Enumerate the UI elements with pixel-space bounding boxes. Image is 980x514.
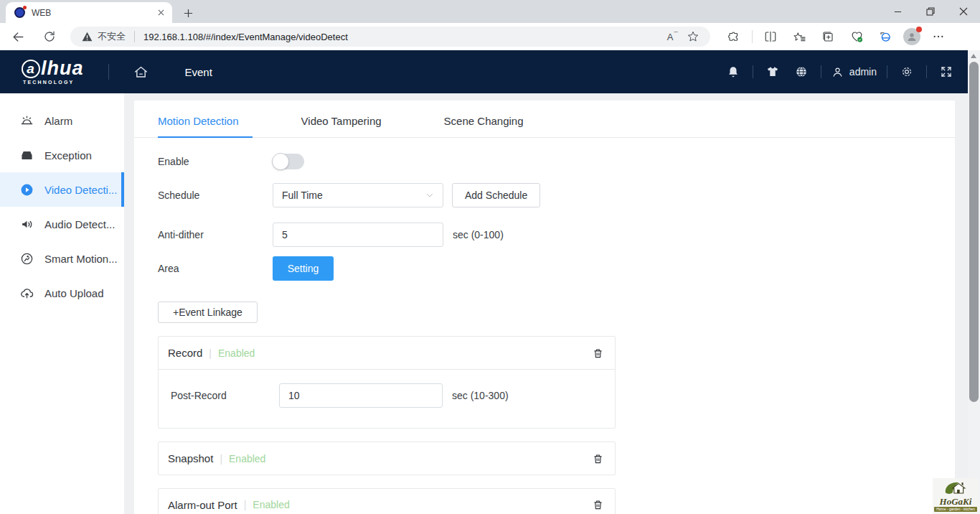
close-window-button[interactable] xyxy=(947,0,980,23)
settings-gear-icon[interactable] xyxy=(897,62,916,81)
card-body: Post-Record sec (10-300) xyxy=(159,369,615,428)
watermark-house-leaf-icon xyxy=(943,480,968,497)
browser-titlebar: WEB xyxy=(0,0,980,23)
post-record-row: Post-Record sec (10-300) xyxy=(171,383,615,408)
post-record-input[interactable] xyxy=(279,383,443,408)
audio-detection-icon xyxy=(20,218,34,231)
trash-icon xyxy=(593,453,603,464)
sidebar-item-smart-motion[interactable]: Smart Motion... xyxy=(0,241,124,276)
header-separator xyxy=(887,65,887,78)
url-text[interactable]: 192.168.1.108/#/index/EventManage/videoD… xyxy=(143,32,663,42)
tab-favicon-icon xyxy=(14,7,25,18)
schedule-selected-value: Full Time xyxy=(282,190,425,201)
motion-detection-form: Enable Schedule Full Time Add Schedule A… xyxy=(134,138,955,514)
trash-icon xyxy=(593,347,603,359)
favorite-star-icon[interactable] xyxy=(683,28,703,45)
browser-tab[interactable]: WEB xyxy=(6,2,172,23)
video-detection-icon xyxy=(20,183,34,197)
sidebar-item-label: Smart Motion... xyxy=(44,253,118,265)
header-divider xyxy=(108,64,109,80)
card-header: Record | Enabled xyxy=(159,337,615,369)
card-title: Snapshot xyxy=(168,452,213,464)
window-controls xyxy=(881,0,980,23)
sidebar-item-label: Auto Upload xyxy=(44,287,104,299)
toolbar-separator xyxy=(752,30,753,43)
minimize-button[interactable] xyxy=(881,0,914,23)
scroll-up-arrow[interactable] xyxy=(971,54,976,58)
linkage-card-alarm-out-port: Alarm-out Port | Enabled xyxy=(158,488,616,514)
warning-icon xyxy=(82,32,93,42)
address-bar[interactable]: 不安全 192.168.1.108/#/index/EventManage/vi… xyxy=(70,27,710,47)
split-screen-icon[interactable] xyxy=(760,27,781,47)
page-title[interactable]: Event xyxy=(185,66,212,78)
fullscreen-icon[interactable] xyxy=(937,62,956,81)
schedule-select[interactable]: Full Time xyxy=(273,183,443,207)
extensions-icon[interactable] xyxy=(723,27,745,47)
schedule-label: Schedule xyxy=(158,190,273,201)
home-icon[interactable] xyxy=(129,60,154,84)
sidebar-item-alarm[interactable]: Alarm xyxy=(0,103,124,138)
sidebar-item-audio-detection[interactable]: Audio Detect... xyxy=(0,207,124,241)
logo-a-icon: a xyxy=(22,60,40,78)
new-tab-button[interactable] xyxy=(178,3,198,23)
sidebar-item-video-detection[interactable]: Video Detecti... xyxy=(0,172,124,207)
header-separator xyxy=(753,65,753,78)
app-header: alhua TECHNOLOGY Event admin xyxy=(0,50,980,93)
user-icon xyxy=(831,66,844,78)
event-linkage-button[interactable]: +Event Linkage xyxy=(158,302,258,323)
language-globe-icon[interactable] xyxy=(792,62,811,81)
ie-mode-icon[interactable] xyxy=(875,27,896,47)
trash-icon xyxy=(593,499,603,510)
browser-essentials-icon[interactable] xyxy=(846,27,867,47)
security-label: 不安全 xyxy=(98,30,126,43)
page-scrollbar[interactable] xyxy=(968,50,980,514)
tab-close-icon[interactable] xyxy=(155,7,166,19)
card-title: Record xyxy=(168,347,202,359)
anti-dither-input[interactable] xyxy=(273,223,443,247)
tab-scene-changing[interactable]: Scene Changing xyxy=(444,115,524,137)
skin-icon[interactable] xyxy=(763,62,782,81)
toolbar-icons xyxy=(723,27,949,47)
card-separator: | xyxy=(209,347,212,359)
sidebar-item-exception[interactable]: Exception xyxy=(0,138,124,172)
tab-motion-detection[interactable]: Motion Detection xyxy=(158,115,239,137)
add-schedule-button[interactable]: Add Schedule xyxy=(452,183,540,207)
enable-row: Enable xyxy=(158,149,955,174)
tab-title: WEB xyxy=(32,8,155,18)
tab-bar: Motion Detection Video Tampering Scene C… xyxy=(134,101,955,138)
schedule-row: Schedule Full Time Add Schedule xyxy=(158,183,955,207)
tab-video-tampering[interactable]: Video Tampering xyxy=(301,115,382,137)
back-button[interactable] xyxy=(6,26,30,47)
favorites-bar-icon[interactable] xyxy=(788,27,810,47)
area-setting-button[interactable]: Setting xyxy=(273,256,334,281)
address-divider xyxy=(134,31,135,42)
scrollbar-thumb[interactable] xyxy=(969,62,979,402)
restore-button[interactable] xyxy=(914,0,947,23)
notification-bell-icon[interactable] xyxy=(724,62,743,81)
collections-icon[interactable] xyxy=(817,27,839,47)
profile-avatar[interactable] xyxy=(903,28,920,45)
area-row: Area Setting xyxy=(158,256,955,281)
username: admin xyxy=(849,66,877,78)
settings-menu-icon[interactable] xyxy=(928,27,949,47)
user-menu[interactable]: admin xyxy=(831,66,877,78)
watermark-title: HoGaKi xyxy=(940,497,972,506)
delete-record-button[interactable] xyxy=(590,345,606,361)
header-separator xyxy=(821,65,821,78)
anti-dither-row: Anti-dither sec (0-100) xyxy=(158,223,955,247)
sidebar-item-label: Video Detecti... xyxy=(44,184,117,196)
card-separator: | xyxy=(220,453,222,464)
status-badge: Enabled xyxy=(253,499,289,510)
post-record-hint: sec (10-300) xyxy=(452,390,509,401)
brand-subtitle: TECHNOLOGY xyxy=(23,80,84,85)
card-header: Alarm-out Port | Enabled xyxy=(159,489,615,514)
delete-snapshot-button[interactable] xyxy=(590,451,606,467)
delete-alarm-out-button[interactable] xyxy=(590,497,606,513)
refresh-button[interactable] xyxy=(37,26,62,47)
security-chip[interactable]: 不安全 xyxy=(82,30,126,43)
smart-motion-icon xyxy=(20,252,34,266)
sidebar-item-label: Alarm xyxy=(44,115,72,127)
read-aloud-icon[interactable]: A⌒ xyxy=(663,28,683,45)
enable-toggle[interactable] xyxy=(273,154,304,169)
sidebar-item-auto-upload[interactable]: Auto Upload xyxy=(0,276,124,310)
